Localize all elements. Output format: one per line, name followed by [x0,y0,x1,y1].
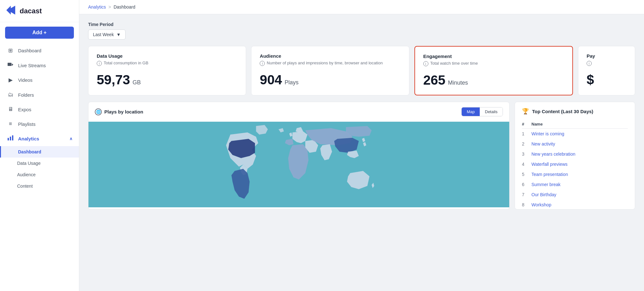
sidebar-item-videos[interactable]: ▶ Videos [0,73,79,87]
map-toggle: Map Details [461,107,503,116]
svg-rect-3 [8,138,9,140]
time-period-label: Time Period [88,22,635,27]
table-row: 7Our Birthday [522,190,628,200]
data-usage-title: Data Usage [97,53,237,59]
col-name-header: Name [531,120,628,129]
sidebar-item-analytics[interactable]: Analytics ∧ [0,131,79,146]
main-content: Analytics > Dashboard Time Period Last W… [79,0,644,291]
playlists-icon: ≡ [7,121,14,127]
svg-marker-2 [12,63,13,66]
engagement-title: Engagement [423,54,564,59]
name-cell[interactable]: New years celebration [531,149,628,159]
dashboard-icon: ⊞ [7,47,14,54]
table-row: 4Waterfall previews [522,159,628,169]
audience-info-icon[interactable]: i [260,61,265,66]
rank-cell: 2 [522,139,531,149]
table-row: 1Winter is coming [522,129,628,139]
stat-card-data-usage: Data Usage i Total consumption in GB 59,… [88,46,246,95]
analytics-chevron-icon: ∧ [69,136,73,141]
breadcrumb-separator: > [108,4,111,10]
col-rank-header: # [522,120,531,129]
sidebar-subitem-data-usage[interactable]: Data Usage [0,158,79,169]
sidebar: dacast Add + ⊞ Dashboard Live Streams ▶ … [0,0,79,291]
rank-cell: 6 [522,179,531,190]
name-cell[interactable]: Team presentation [531,169,628,179]
add-button[interactable]: Add + [5,27,74,39]
logo-text: dacast [20,7,42,15]
rank-cell: 5 [522,169,531,179]
audience-subtitle: i Number of plays and impressions by tim… [260,61,400,66]
data-usage-subtitle: i Total consumption in GB [97,61,237,66]
rank-cell: 8 [522,200,531,210]
sidebar-subitem-analytics-dashboard[interactable]: Dashboard [0,146,79,158]
time-period-row: Time Period Last Week ▼ [88,22,635,40]
pay-title: Pay [587,53,627,59]
engagement-unit: Minutes [448,80,468,86]
map-card: 🌐 Plays by location Map Details [88,102,510,210]
svg-rect-5 [12,135,13,140]
sidebar-item-live-streams[interactable]: Live Streams [0,58,79,73]
engagement-info-icon[interactable]: i [423,61,428,66]
time-period-select[interactable]: Last Week ▼ [88,29,126,40]
engagement-number: 265 [423,73,446,88]
name-cell[interactable]: Workshop [531,200,628,210]
stat-card-audience: Audience i Number of plays and impressio… [251,46,409,95]
data-usage-unit: GB [133,79,141,86]
table-row: 3New years celebration [522,149,628,159]
stats-row: Data Usage i Total consumption in GB 59,… [88,46,635,95]
sidebar-subitem-content[interactable]: Content [0,180,79,192]
sidebar-item-dashboard[interactable]: ⊞ Dashboard [0,43,79,58]
globe-icon: 🌐 [95,108,102,115]
stat-card-pay: Pay i $ [578,46,635,95]
pay-subtitle: i [587,61,627,66]
sidebar-subitem-audience[interactable]: Audience [0,169,79,180]
table-row: 8Workshop [522,200,628,210]
name-cell[interactable]: Our Birthday [531,190,628,200]
map-toggle-map-button[interactable]: Map [462,107,480,116]
sidebar-item-playlists[interactable]: ≡ Playlists [0,117,79,131]
videos-icon: ▶ [7,77,14,83]
audience-title: Audience [260,53,400,59]
analytics-icon [7,135,14,142]
table-row: 2New activity [522,139,628,149]
name-cell[interactable]: New activity [531,139,628,149]
logo-icon [6,6,16,16]
dropdown-arrow-icon: ▼ [116,32,121,37]
svg-rect-4 [10,137,11,140]
rank-cell: 7 [522,190,531,200]
table-row: 6Summer break [522,179,628,190]
sidebar-item-folders[interactable]: 🗂 Folders [0,87,79,102]
world-map-svg [88,122,509,207]
map-header-left: 🌐 Plays by location [95,108,143,115]
bottom-row: 🌐 Plays by location Map Details [88,102,635,210]
engagement-subtitle: i Total watch time over time [423,61,564,66]
live-streams-icon [7,62,14,68]
top-content-header: 🏆 Top Content (Last 30 Days) [522,108,628,115]
name-cell[interactable]: Summer break [531,179,628,190]
breadcrumb-current: Dashboard [114,4,135,10]
svg-rect-1 [8,63,11,66]
name-cell[interactable]: Waterfall previews [531,159,628,169]
dashboard-content: Time Period Last Week ▼ Data Usage i Tot… [79,14,644,291]
data-usage-value: 59,73 GB [97,72,237,87]
map-body [88,122,509,207]
rank-cell: 1 [522,129,531,139]
expos-icon: 🖥 [7,106,14,113]
map-header: 🌐 Plays by location Map Details [88,102,509,122]
top-content-card: 🏆 Top Content (Last 30 Days) # Name 1Win… [515,102,635,210]
data-usage-info-icon[interactable]: i [97,61,102,66]
breadcrumb-analytics-link[interactable]: Analytics [88,4,106,10]
rank-cell: 3 [522,149,531,159]
sidebar-item-expos[interactable]: 🖥 Expos [0,102,79,117]
svg-marker-0 [6,6,15,15]
top-content-table: # Name 1Winter is coming2New activity3Ne… [522,120,628,210]
trophy-icon: 🏆 [522,108,529,115]
stat-card-engagement: Engagement i Total watch time over time … [414,46,573,95]
audience-unit: Plays [284,79,298,86]
map-toggle-details-button[interactable]: Details [480,107,503,116]
table-row: 5Team presentation [522,169,628,179]
name-cell[interactable]: Winter is coming [531,129,628,139]
pay-info-icon[interactable]: i [587,61,592,66]
engagement-value: 265 Minutes [423,73,564,88]
sidebar-nav: ⊞ Dashboard Live Streams ▶ Videos 🗂 Fold… [0,43,79,192]
